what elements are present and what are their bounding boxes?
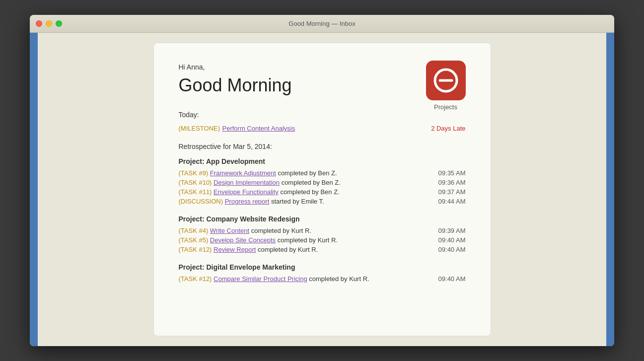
activity-time: 09:44 AM (438, 198, 466, 205)
activity-time: 09:40 AM (438, 246, 466, 253)
title-bar: Good Morning — Inbox (30, 15, 614, 33)
activity-row: (DISCUSSION) Progress report started by … (179, 198, 466, 205)
maximize-button[interactable] (56, 20, 62, 27)
activity-row: (TASK #9) Framework Adjustment completed… (179, 169, 466, 177)
activity-tag: (TASK #10) (179, 179, 214, 186)
projects-container: Project: App Development(TASK #9) Framew… (179, 157, 466, 283)
activity-link[interactable]: Review Report (214, 246, 256, 253)
project-group: Project: Digital Envelope Marketing(TASK… (179, 263, 466, 283)
activity-left: (TASK #5) Develop Site Concepts complete… (179, 236, 338, 244)
milestone-row: (MILESTONE) Perform Content Analysis 2 D… (179, 124, 466, 133)
activity-link[interactable]: Write Content (210, 227, 249, 234)
activity-time: 09:35 AM (438, 169, 466, 177)
logo-box (426, 61, 466, 100)
activity-link[interactable]: Compare Similar Product Pricing (214, 275, 307, 283)
right-sidebar (606, 33, 614, 346)
activity-left: (TASK #12) Compare Similar Product Prici… (179, 275, 369, 283)
close-button[interactable] (36, 20, 42, 27)
activity-time: 09:37 AM (438, 188, 466, 196)
project-group: Project: App Development(TASK #9) Framew… (179, 157, 466, 205)
activity-row: (TASK #10) Design Implementation complet… (179, 179, 466, 186)
activity-time: 09:36 AM (438, 179, 466, 186)
email-card: Projects Hi Anna, Good Morning Today: (M… (153, 43, 491, 336)
project-name: Project: Company Website Redesign (179, 215, 466, 223)
activity-left: (TASK #10) Design Implementation complet… (179, 179, 341, 186)
minimize-button[interactable] (46, 20, 52, 27)
activity-tag: (TASK #11) (179, 188, 214, 196)
milestone-link[interactable]: Perform Content Analysis (222, 125, 295, 132)
main-content: Projects Hi Anna, Good Morning Today: (M… (38, 33, 606, 346)
activity-link[interactable]: Envelope Functionality (214, 188, 279, 196)
activity-row: (TASK #5) Develop Site Concepts complete… (179, 236, 466, 244)
retrospective-label: Retrospective for Mar 5, 2014: (179, 143, 466, 150)
activity-tag: (TASK #5) (179, 236, 210, 244)
activity-tag: (TASK #12) (179, 246, 214, 253)
greeting-large: Good Morning (179, 75, 466, 96)
activity-time: 09:40 AM (438, 275, 466, 283)
activity-left: (TASK #11) Envelope Functionality comple… (179, 188, 340, 196)
project-name: Project: App Development (179, 157, 466, 165)
days-late-badge: 2 Days Late (431, 125, 465, 132)
activity-left: (TASK #12) Review Report completed by Ku… (179, 246, 318, 253)
logo-area: Projects (426, 61, 466, 111)
activity-tag: (TASK #4) (179, 227, 210, 234)
activity-row: (TASK #11) Envelope Functionality comple… (179, 188, 466, 196)
project-group: Project: Company Website Redesign(TASK #… (179, 215, 466, 253)
window-title: Good Morning — Inbox (288, 20, 355, 27)
activity-left: (TASK #9) Framework Adjustment completed… (179, 169, 337, 177)
greeting-small: Hi Anna, (179, 63, 466, 71)
activity-row: (TASK #12) Compare Similar Product Prici… (179, 275, 466, 283)
activity-row: (TASK #12) Review Report completed by Ku… (179, 246, 466, 253)
activity-left: (DISCUSSION) Progress report started by … (179, 198, 324, 205)
activity-time: 09:40 AM (438, 236, 466, 244)
activity-link[interactable]: Develop Site Concepts (210, 236, 276, 244)
activity-link[interactable]: Progress report (225, 198, 270, 205)
milestone-tag: (MILESTONE) (179, 125, 220, 132)
activity-time: 09:39 AM (438, 227, 466, 234)
main-window: Good Morning — Inbox Projects Hi Anna, G… (30, 15, 614, 346)
project-name: Project: Digital Envelope Marketing (179, 263, 466, 271)
activity-tag: (DISCUSSION) (179, 198, 225, 205)
traffic-lights (36, 20, 62, 27)
left-sidebar (30, 33, 38, 346)
milestone-text: (MILESTONE) Perform Content Analysis (179, 124, 295, 133)
activity-row: (TASK #4) Write Content completed by Kur… (179, 227, 466, 234)
activity-tag: (TASK #12) (179, 275, 214, 283)
logo-label: Projects (434, 103, 457, 111)
window-body: Projects Hi Anna, Good Morning Today: (M… (30, 33, 614, 346)
today-label: Today: (179, 111, 466, 119)
activity-link[interactable]: Framework Adjustment (210, 169, 276, 177)
activity-left: (TASK #4) Write Content completed by Kur… (179, 227, 312, 234)
activity-tag: (TASK #9) (179, 169, 210, 177)
logo-icon (432, 67, 459, 94)
activity-link[interactable]: Design Implementation (214, 179, 280, 186)
